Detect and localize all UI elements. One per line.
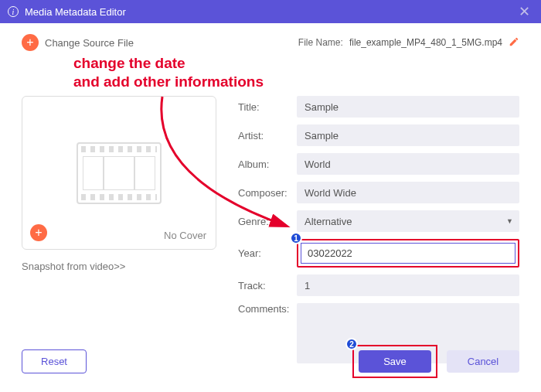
composer-input[interactable]: World Wide bbox=[297, 182, 519, 203]
window-title: Media Metadata Editor bbox=[25, 6, 515, 18]
track-label: Track: bbox=[238, 280, 297, 291]
year-label: Year: bbox=[238, 247, 297, 259]
info-icon: i bbox=[8, 6, 19, 17]
album-input[interactable]: World bbox=[297, 153, 519, 175]
save-button[interactable]: Save bbox=[359, 350, 431, 373]
comments-label: Comments: bbox=[238, 303, 297, 315]
title-bar: i Media Metadata Editor ✕ bbox=[0, 0, 541, 23]
change-source-button[interactable]: + Change Source File bbox=[22, 34, 134, 51]
cover-preview: + No Cover bbox=[22, 96, 216, 250]
snapshot-link[interactable]: Snapshot from video>> bbox=[22, 261, 125, 272]
composer-label: Composer: bbox=[238, 187, 297, 199]
file-name-row: File Name: file_example_MP4_480_1_5MG.mp… bbox=[298, 36, 519, 49]
title-input[interactable]: Sample bbox=[297, 96, 519, 118]
artist-label: Artist: bbox=[238, 130, 297, 141]
change-source-label: Change Source File bbox=[45, 37, 134, 49]
cancel-button[interactable]: Cancel bbox=[447, 350, 519, 373]
filmstrip-icon bbox=[77, 142, 162, 204]
annotation-badge-1: 1 bbox=[290, 232, 302, 244]
no-cover-label: No Cover bbox=[164, 230, 206, 241]
genre-label: Genre: bbox=[238, 216, 297, 227]
year-input[interactable] bbox=[301, 243, 515, 264]
file-name-value: file_example_MP4_480_1_5MG.mp4 bbox=[349, 37, 502, 48]
reset-button[interactable]: Reset bbox=[22, 349, 87, 373]
annotation-badge-2: 2 bbox=[345, 338, 358, 350]
add-cover-button[interactable]: + bbox=[30, 224, 47, 241]
track-input[interactable]: 1 bbox=[297, 274, 519, 296]
annotation-text: change the date and add other informatio… bbox=[73, 54, 264, 91]
artist-input[interactable]: Sample bbox=[297, 124, 519, 146]
file-name-label: File Name: bbox=[298, 37, 343, 48]
title-label: Title: bbox=[238, 101, 297, 113]
annotation-highlight-year bbox=[297, 239, 519, 268]
plus-icon: + bbox=[22, 34, 39, 51]
pencil-icon[interactable] bbox=[509, 36, 519, 49]
genre-select[interactable]: Alternative bbox=[297, 210, 519, 232]
annotation-highlight-save: 2 Save bbox=[352, 345, 437, 378]
album-label: Album: bbox=[238, 159, 297, 170]
close-icon[interactable]: ✕ bbox=[515, 3, 533, 20]
